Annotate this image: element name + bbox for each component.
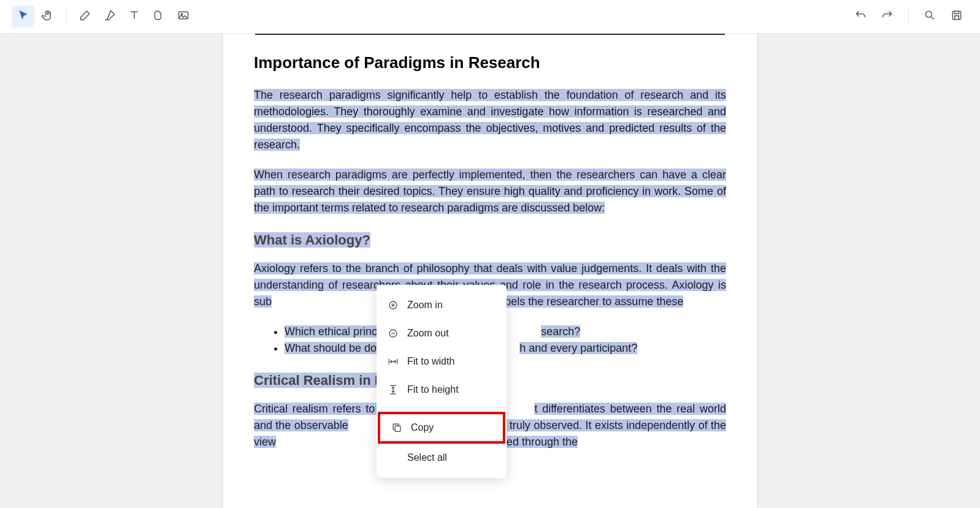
page-top-rule — [255, 34, 725, 35]
redo-button[interactable] — [876, 6, 898, 28]
highlighter-tool[interactable] — [99, 6, 121, 28]
pencil-tool[interactable] — [74, 6, 96, 28]
menu-label: Zoom out — [407, 328, 449, 339]
menu-zoom-out[interactable]: Zoom out — [377, 319, 507, 347]
svg-rect-3 — [952, 11, 960, 19]
text-selection: What is Axiology? — [254, 232, 370, 248]
text-selection: Critical Realism in Re — [254, 373, 392, 388]
undo-button[interactable] — [849, 6, 871, 28]
redo-icon — [881, 9, 894, 24]
text-icon — [128, 9, 140, 24]
highlighter-icon — [104, 9, 116, 24]
text-selection: h and every participant? — [519, 342, 637, 354]
text-selection: When research paradigms are perfectly im… — [254, 169, 726, 214]
hand-icon — [42, 9, 54, 24]
save-icon — [951, 9, 963, 24]
menu-select-all[interactable]: Select all — [377, 444, 507, 472]
search-icon — [924, 9, 936, 24]
toolbar-divider-right — [908, 8, 909, 25]
paragraph: The research paradigms significantly hel… — [254, 87, 726, 153]
canvas-area[interactable]: Importance of Paradigms in Research The … — [0, 34, 980, 508]
page-title: Importance of Paradigms in Research — [254, 53, 726, 72]
toolbar-left — [12, 6, 194, 28]
copy-highlight-box: Copy — [378, 412, 505, 444]
toolbar-right — [849, 6, 968, 28]
toolbar-divider — [66, 8, 67, 25]
menu-label: Fit to height — [407, 384, 459, 395]
zoom-in-icon — [388, 300, 399, 311]
toolbar — [0, 0, 980, 34]
menu-fit-height[interactable]: Fit to height — [377, 376, 507, 404]
image-tool[interactable] — [172, 6, 194, 28]
menu-divider — [377, 408, 507, 408]
paragraph: When research paradigms are perfectly im… — [254, 167, 726, 216]
shape-tool[interactable] — [148, 6, 170, 28]
pencil-icon — [79, 9, 91, 24]
shape-icon — [153, 9, 165, 24]
section-heading: What is Axiology? — [254, 232, 726, 248]
menu-fit-width[interactable]: Fit to width — [377, 347, 507, 376]
fit-width-icon — [388, 356, 399, 367]
text-selection: search? — [541, 325, 580, 338]
fit-height-icon — [388, 384, 399, 395]
zoom-out-icon — [388, 328, 399, 339]
svg-rect-6 — [395, 426, 400, 431]
search-button[interactable] — [919, 6, 941, 28]
menu-copy[interactable]: Copy — [380, 414, 503, 441]
text-selection: Critical realism refers to th — [254, 403, 389, 415]
blank-icon — [388, 452, 399, 463]
menu-zoom-in[interactable]: Zoom in — [377, 291, 507, 319]
menu-label: Select all — [407, 452, 447, 463]
menu-label: Fit to width — [407, 356, 454, 367]
cursor-icon — [17, 9, 29, 24]
undo-icon — [854, 9, 867, 24]
image-icon — [177, 9, 189, 24]
svg-point-2 — [925, 11, 932, 17]
hand-tool[interactable] — [37, 6, 59, 28]
text-selection: The research paradigms significantly hel… — [254, 89, 726, 151]
context-menu: Zoom in Zoom out Fit to width Fit to hei… — [377, 285, 507, 478]
save-button[interactable] — [946, 6, 968, 28]
menu-label: Zoom in — [407, 300, 443, 311]
text-selection: What should be don — [285, 342, 383, 354]
copy-icon — [391, 422, 402, 433]
text-selection: Which ethical princip — [285, 325, 386, 338]
cursor-tool[interactable] — [12, 6, 34, 28]
menu-label: Copy — [411, 422, 434, 433]
text-tool[interactable] — [123, 6, 145, 28]
